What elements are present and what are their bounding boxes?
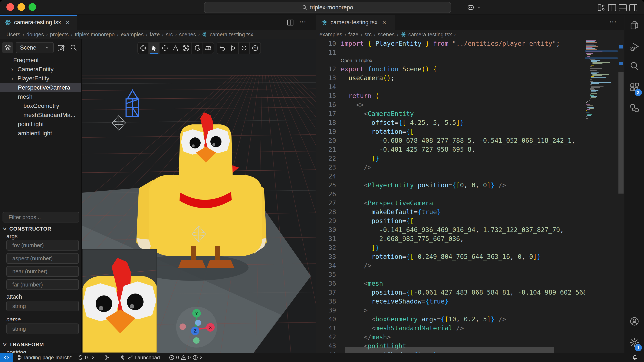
breadcrumb-item[interactable]: src bbox=[364, 31, 372, 38]
translate-tool-button[interactable] bbox=[160, 42, 170, 54]
launchpad-item[interactable]: Launchpad bbox=[120, 355, 160, 361]
tree-item-fragment[interactable]: Fragment bbox=[0, 55, 82, 65]
breadcrumb-item[interactable]: scenes bbox=[179, 31, 196, 38]
breadcrumb-item[interactable]: camera-testing.tsx bbox=[408, 31, 452, 38]
search-icon[interactable] bbox=[630, 61, 639, 71]
minimap-line bbox=[591, 97, 596, 98]
problems-item[interactable]: 0 0 2 bbox=[169, 355, 202, 361]
transform-section-header[interactable]: ˅TRANSFORM bbox=[4, 342, 44, 348]
attach-input[interactable] bbox=[6, 301, 79, 311]
viewport-settings-button[interactable] bbox=[239, 42, 250, 54]
breadcrumb-item[interactable]: examples bbox=[320, 31, 342, 38]
close-icon[interactable]: × bbox=[382, 18, 386, 26]
3d-viewport[interactable]: Y X Z ? bbox=[82, 39, 316, 353]
rotate-tool-button[interactable] bbox=[170, 42, 181, 54]
breadcrumb-item[interactable]: triplex-monorepo bbox=[75, 31, 115, 38]
code-editor[interactable]: 10import { PlayerEntity } from "../entit… bbox=[316, 39, 585, 353]
split-editor-icon[interactable] bbox=[286, 19, 294, 26]
account-icon[interactable] bbox=[630, 317, 639, 326]
editor-actions-more-icon[interactable]: ⋯ bbox=[299, 17, 307, 26]
editor-actions-more-icon[interactable]: ⋯ bbox=[609, 17, 617, 26]
git-branch-item[interactable]: landing-page-march* bbox=[18, 355, 72, 361]
play-button[interactable] bbox=[228, 42, 238, 54]
scene-select[interactable]: Scene bbox=[16, 42, 54, 53]
breadcrumb-item[interactable]: … bbox=[458, 31, 463, 38]
aspect-input[interactable] bbox=[6, 253, 79, 264]
breadcrumb-item[interactable]: Users bbox=[6, 31, 20, 38]
chevron-right-icon[interactable]: › bbox=[11, 66, 18, 73]
constructor-section-header[interactable]: ˅CONSTRUCTOR bbox=[4, 226, 51, 232]
remote-indicator[interactable] bbox=[0, 353, 13, 362]
minimize-window-button[interactable] bbox=[18, 3, 25, 11]
tab-camera-testing-right[interactable]: camera-testing.tsx × bbox=[316, 15, 395, 30]
explorer-icon[interactable] bbox=[630, 20, 639, 30]
scale-tool-button[interactable] bbox=[181, 42, 192, 54]
axis-x-negative-handle[interactable] bbox=[180, 324, 186, 330]
tree-item-cameraentity[interactable]: ›CameraEntity bbox=[0, 65, 82, 74]
tree-item-playerentity[interactable]: ›PlayerEntity bbox=[0, 74, 82, 83]
hierarchy-icon[interactable] bbox=[630, 103, 639, 113]
layers-button[interactable] bbox=[2, 42, 13, 53]
breadcrumb-item[interactable]: src bbox=[166, 31, 173, 38]
breadcrumb-item[interactable]: camera-testing.tsx bbox=[210, 31, 253, 38]
chevron-right-icon[interactable]: › bbox=[11, 75, 18, 82]
name-input[interactable] bbox=[6, 324, 79, 334]
customize-layout-icon[interactable] bbox=[597, 3, 606, 12]
breadcrumb-item[interactable]: douges bbox=[26, 31, 44, 38]
select-tool-button[interactable] bbox=[149, 42, 160, 54]
run-debug-icon[interactable] bbox=[630, 42, 639, 52]
breadcrumb-item[interactable]: scenes bbox=[378, 31, 394, 38]
night-mode-button[interactable] bbox=[192, 42, 202, 54]
codelens-open-in-triplex[interactable]: Open in Triplex bbox=[316, 57, 585, 65]
minimap[interactable] bbox=[585, 39, 618, 353]
breadcrumb[interactable]: Users›douges›projects›triplex-monorepo›e… bbox=[0, 30, 316, 39]
line-number: 24 bbox=[316, 172, 336, 181]
tree-item-boxgeometry[interactable]: boxGeometry bbox=[0, 101, 82, 110]
line-number: 11 bbox=[316, 48, 336, 57]
filter-props-input[interactable] bbox=[2, 212, 79, 222]
breadcrumb[interactable]: examples›faze›src›scenes›camera-testing.… bbox=[316, 30, 624, 39]
tree-item-perspectivecamera[interactable]: PerspectiveCamera bbox=[0, 83, 82, 92]
breadcrumb-separator: › bbox=[397, 31, 399, 38]
help-button[interactable]: ? bbox=[250, 42, 260, 54]
axis-z-positive-handle[interactable] bbox=[195, 320, 201, 326]
tree-item-ambientlight[interactable]: ambientLight bbox=[0, 129, 82, 138]
minimap-line bbox=[590, 98, 591, 99]
toggle-panel-icon[interactable] bbox=[618, 3, 628, 12]
far-input[interactable] bbox=[6, 279, 79, 290]
axis-gizmo[interactable]: Y X Z bbox=[176, 307, 217, 348]
horizontal-scrollbar[interactable] bbox=[345, 347, 554, 353]
edit-icon[interactable] bbox=[57, 44, 65, 52]
breadcrumb-item[interactable]: faze bbox=[150, 31, 160, 38]
tree-item-meshstandardma[interactable]: meshStandardMa... bbox=[0, 110, 82, 120]
tree-item-pointlight[interactable]: pointLight bbox=[0, 120, 82, 129]
bell-icon bbox=[632, 355, 638, 361]
copilot-menu[interactable] bbox=[466, 3, 481, 11]
sync-item[interactable]: 0↓ 2↑ bbox=[78, 355, 97, 361]
grid-toggle-button[interactable] bbox=[203, 42, 214, 54]
near-input[interactable] bbox=[6, 266, 79, 277]
minimap-line bbox=[587, 106, 593, 106]
command-center-search[interactable]: triplex-monorepo bbox=[204, 2, 451, 13]
world-space-button[interactable] bbox=[138, 42, 148, 54]
breadcrumb-item[interactable]: faze bbox=[348, 31, 358, 38]
maximize-window-button[interactable] bbox=[28, 3, 36, 11]
tab-camera-testing-left[interactable]: camera-testing.tsx × bbox=[0, 15, 77, 30]
toggle-primary-sidebar-icon[interactable] bbox=[607, 3, 617, 12]
line-number: 13 bbox=[316, 74, 336, 83]
undo-button[interactable] bbox=[217, 42, 228, 54]
breadcrumb-item[interactable]: projects bbox=[50, 31, 69, 38]
source-control-graph-item[interactable] bbox=[105, 355, 110, 361]
search-icon[interactable] bbox=[70, 44, 78, 52]
minimap-line bbox=[586, 44, 594, 44]
fov-input[interactable] bbox=[6, 240, 79, 251]
tree-item-mesh[interactable]: mesh bbox=[0, 92, 82, 101]
breadcrumb-item[interactable]: examples bbox=[121, 31, 144, 38]
close-icon[interactable]: × bbox=[66, 18, 70, 26]
axis-y-negative-handle[interactable] bbox=[193, 337, 200, 344]
notifications-item[interactable] bbox=[632, 355, 638, 361]
toggle-secondary-sidebar-icon[interactable] bbox=[629, 3, 638, 12]
vertical-scrollbar[interactable] bbox=[618, 39, 624, 353]
scrollbar-thumb[interactable] bbox=[618, 72, 624, 193]
close-window-button[interactable] bbox=[6, 3, 14, 11]
